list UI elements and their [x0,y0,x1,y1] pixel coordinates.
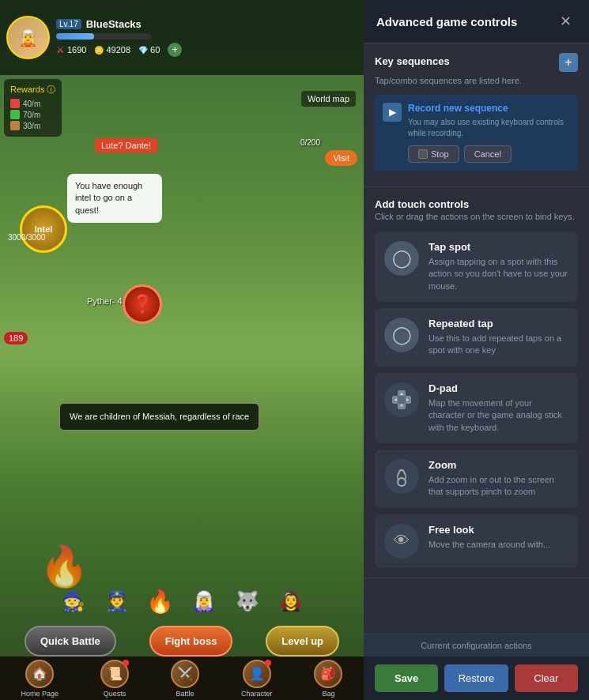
char-5: 🐺 [228,574,267,629]
intel-badge[interactable]: Intel [20,205,67,253]
character-icon: 👤 [243,660,271,688]
nav-quests[interactable]: 📜 Quests [100,660,129,698]
repeated-tap-text: Repeated tap Use this to add repeated ta… [429,318,568,357]
home-icon: 🏠 [25,660,54,688]
gp-icon [10,110,20,119]
reward-exp-label: 40/m [23,100,40,108]
key-sequences-section: Key sequences + Tap/combo sequences are … [364,43,589,187]
zoom-text: Zoom Add zoom in or out to the screen th… [429,459,568,499]
nav-battle[interactable]: ⚔️ Battle [171,660,199,698]
close-button[interactable]: ✕ [555,11,576,32]
record-icon: ▶ [383,103,402,122]
top-bar: 🧝 Lv.17 BlueStacks ⚔ 1690 🪙 49208 💎 [0,0,364,75]
nav-home[interactable]: 🏠 Home Page [21,660,59,698]
reward-gp-label: 70/m [23,111,40,119]
free-look-text: Free look Move the camera around with... [429,524,568,551]
nav-quests-label: Quests [104,690,126,698]
add-currency-button[interactable]: + [168,43,182,57]
add-touch-desc: Click or drag the actions on the screen … [375,211,578,223]
record-desc: You may also use existing keyboard contr… [408,117,570,139]
dpad-item[interactable]: D-pad Map the movement of your character… [375,373,578,443]
reward-row-2: 70/m [10,110,55,119]
tap-spot-title: Tap spot [429,241,568,253]
repeated-tap-item[interactable]: ◯ Repeated tap Use this to add repeated … [375,308,578,367]
panel-title: Advanced game controls [376,15,517,28]
cancel-button[interactable]: Cancel [464,145,512,163]
zoom-icon [384,459,419,494]
gem-icon: 💎 [138,46,148,55]
speech-bubble: You have enough intel to go on a quest! [67,174,162,223]
pyther-label: Pyther- 4 [87,296,123,306]
tap-spot-item[interactable]: ◯ Tap spot Assign tapping on a spot with… [375,231,578,302]
repeated-tap-icon: ◯ [384,318,419,352]
clear-button[interactable]: Clear [515,664,578,692]
char-3: 🔥 [141,574,180,629]
gem-currency: 💎 60 [138,45,160,55]
restore-button[interactable]: Restore [444,664,508,692]
repeated-tap-desc: Use this to add repeated taps on a spot … [429,333,568,357]
coin-currency: 🪙 49208 [94,45,130,55]
counter-badge: 0/200 [300,138,320,147]
dialogue-box: We are children of Messiah, regardless o… [59,403,259,431]
dpad-desc: Map the movement of your character or th… [429,397,568,434]
battle-icon: ⚔️ [171,660,199,688]
free-look-icon: 👁 [384,524,419,559]
rewards-panel: Rewards ⓘ 40/m 70/m 30/m [4,79,62,137]
nav-character[interactable]: 👤 Character [241,660,273,698]
quests-icon: 📜 [100,660,129,688]
currency-row: ⚔ 1690 🪙 49208 💎 60 + [56,43,357,57]
bottom-nav: 🏠 Home Page 📜 Quests ⚔️ Battle 👤 Charact… [0,657,364,700]
red-badge: 189 [4,332,28,344]
xp-bar-container [56,33,151,40]
free-look-item[interactable]: 👁 Free look Move the camera around with.… [375,514,578,568]
add-sequence-button[interactable]: + [559,53,578,72]
xp-bar [56,33,94,40]
stop-checkbox [418,149,428,159]
zoom-item[interactable]: Zoom Add zoom in or out to the screen th… [375,450,578,508]
boss-marker[interactable]: ❓ [123,284,162,324]
fight-boss-button[interactable]: Fight boss [149,626,233,657]
char-6: 🧛‍♀️ [271,574,311,629]
nav-bag-label: Bag [322,690,334,698]
free-look-desc: Move the camera around with... [429,539,568,551]
record-text: Record new sequence You may also use exi… [408,103,570,163]
svg-line-11 [404,472,406,475]
svg-line-10 [398,472,399,475]
exp-icon [10,99,20,108]
save-button[interactable]: Save [375,664,438,692]
key-sequences-desc: Tap/combo sequences are listed here. [375,75,578,87]
world-map-button[interactable]: World map [301,91,356,107]
coin-icon: 🪙 [94,46,104,55]
player-info: Lv.17 BlueStacks ⚔ 1690 🪙 49208 💎 60 [56,18,357,57]
rewards-title: Rewards ⓘ [10,84,55,96]
dpad-icon [384,382,419,417]
record-sequence-row: ▶ Record new sequence You may also use e… [375,95,578,171]
controls-panel: Advanced game controls ✕ Key sequences +… [364,0,589,700]
stop-cancel-row: Stop Cancel [408,145,570,163]
reward-gold-label: 30/m [23,122,40,130]
panel-header: Advanced game controls ✕ [364,0,589,43]
tap-spot-text: Tap spot Assign tapping on a spot with t… [429,241,568,292]
sword-icon: ⚔ [56,44,65,55]
visit-button[interactable]: Visit [325,150,357,166]
intel-count: 3000/3000 [8,233,45,242]
nav-battle-label: Battle [176,690,194,698]
gold-icon [10,121,20,130]
dpad-title: D-pad [429,382,568,394]
quick-battle-button[interactable]: Quick Battle [25,626,116,657]
nav-home-label: Home Page [21,690,59,698]
key-sequences-title: Key sequences [375,55,450,67]
tap-spot-icon: ◯ [384,241,419,276]
bag-icon: 🎒 [314,660,342,688]
add-touch-title: Add touch controls [375,198,469,210]
lute-dante-label: Lute? Dante! [95,138,157,152]
level-up-button[interactable]: Level up [266,626,339,657]
avatar: 🧝 [6,16,50,59]
record-title[interactable]: Record new sequence [408,103,570,114]
nav-bag[interactable]: 🎒 Bag [314,660,342,698]
svg-rect-4 [398,396,406,404]
stop-button[interactable]: Stop [408,145,459,163]
reward-row-3: 30/m [10,121,55,130]
game-area: 🧝 Lv.17 BlueStacks ⚔ 1690 🪙 49208 💎 [0,0,364,700]
reward-row-1: 40/m [10,99,55,108]
